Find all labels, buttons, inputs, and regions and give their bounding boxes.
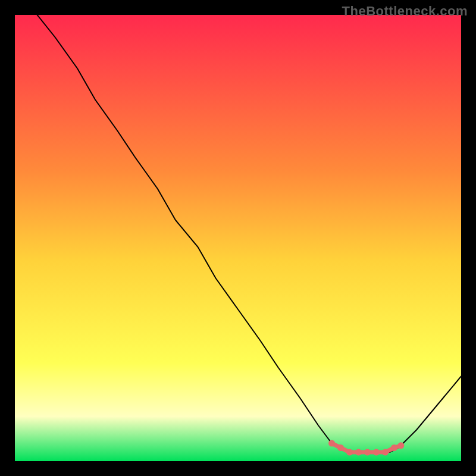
watermark-text: TheBottleneck.com	[342, 4, 468, 19]
gradient-background	[15, 15, 461, 461]
marker-dot	[328, 440, 335, 447]
marker-dot	[391, 444, 397, 451]
marker-dot	[373, 449, 380, 456]
marker-dot	[397, 442, 404, 449]
marker-dot	[382, 449, 389, 456]
plot-area	[15, 15, 461, 461]
chart-stage: TheBottleneck.com	[0, 0, 476, 476]
marker-dot	[364, 449, 371, 456]
marker-dot	[337, 444, 344, 451]
marker-dot	[346, 449, 353, 456]
marker-dot	[355, 449, 362, 456]
plot-svg	[15, 15, 461, 461]
